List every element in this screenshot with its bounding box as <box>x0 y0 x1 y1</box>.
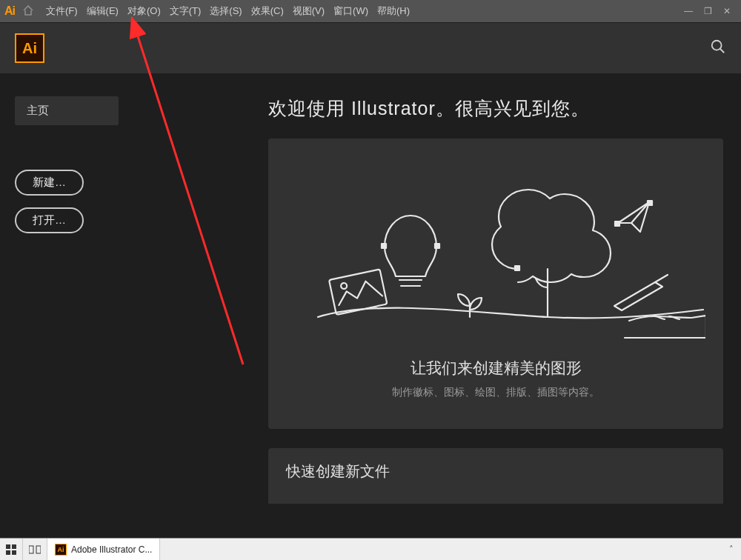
svg-rect-19 <box>36 546 41 553</box>
quick-create-title: 快速创建新文件 <box>286 461 705 481</box>
window-minimize-button[interactable]: — <box>679 6 698 16</box>
body: 主页 新建… 打开… 欢迎使用 Illustrator。很高兴见到您。 <box>0 74 741 541</box>
app-window: Ai 文件(F) 编辑(E) 对象(O) 文字(T) 选择(S) 效果(C) 视… <box>0 0 741 541</box>
welcome-title: 欢迎使用 Illustrator。很高兴见到您。 <box>268 96 723 121</box>
svg-rect-14 <box>6 544 10 549</box>
header-bar: Ai <box>0 22 741 74</box>
app-logo-text: Ai <box>4 4 15 18</box>
menu-select[interactable]: 选择(S) <box>210 4 242 18</box>
svg-line-11 <box>655 275 668 282</box>
system-tray[interactable]: ˄ <box>722 539 741 560</box>
main-area: 欢迎使用 Illustrator。很高兴见到您。 <box>250 74 741 541</box>
home-icon[interactable] <box>22 5 34 18</box>
sidebar-tab-home[interactable]: 主页 <box>15 96 119 125</box>
task-view-button[interactable] <box>23 539 47 560</box>
svg-rect-10 <box>648 201 652 205</box>
welcome-subtitle: 让我们来创建精美的图形 <box>286 358 705 379</box>
svg-rect-16 <box>6 550 10 555</box>
menu-view[interactable]: 视图(V) <box>293 4 325 18</box>
svg-rect-6 <box>515 266 519 270</box>
svg-line-1 <box>720 49 725 53</box>
svg-rect-17 <box>12 550 16 555</box>
tray-chevron-icon[interactable]: ˄ <box>729 544 734 554</box>
app-icon-box: Ai <box>15 33 44 63</box>
taskbar-app-illustrator[interactable]: Ai Adobe Illustrator C... <box>47 539 160 560</box>
svg-rect-4 <box>382 244 386 248</box>
taskbar-app-icon: Ai <box>55 544 67 556</box>
start-button[interactable] <box>0 539 23 560</box>
taskbar-app-label: Adobe Illustrator C... <box>71 544 152 555</box>
svg-rect-18 <box>29 546 33 553</box>
svg-rect-9 <box>615 221 619 226</box>
menu-window[interactable]: 窗口(W) <box>333 4 368 18</box>
search-icon[interactable] <box>710 39 726 58</box>
svg-point-0 <box>712 41 722 50</box>
menu-edit[interactable]: 编辑(E) <box>87 4 119 18</box>
quick-create-card: 快速创建新文件 <box>268 448 723 504</box>
taskbar: Ai Adobe Illustrator C... ˄ <box>0 538 741 560</box>
new-button[interactable]: 新建… <box>15 170 84 196</box>
svg-rect-15 <box>12 544 16 549</box>
menu-file[interactable]: 文件(F) <box>46 4 78 18</box>
sidebar: 主页 新建… 打开… <box>0 74 250 541</box>
menu-help[interactable]: 帮助(H) <box>377 4 410 18</box>
window-close-button[interactable]: ✕ <box>717 6 737 16</box>
menu-effect[interactable]: 效果(C) <box>251 4 284 18</box>
window-maximize-button[interactable]: ❐ <box>698 6 717 16</box>
menu-type[interactable]: 文字(T) <box>170 4 202 18</box>
welcome-illustration <box>286 165 705 350</box>
menubar: Ai 文件(F) 编辑(E) 对象(O) 文字(T) 选择(S) 效果(C) 视… <box>0 0 741 22</box>
menu-object[interactable]: 对象(O) <box>127 4 161 18</box>
welcome-card: 让我们来创建精美的图形 制作徽标、图标、绘图、排版、插图等内容。 <box>268 139 723 429</box>
welcome-description: 制作徽标、图标、绘图、排版、插图等内容。 <box>286 386 705 399</box>
open-button[interactable]: 打开… <box>15 207 84 233</box>
svg-point-8 <box>340 282 347 289</box>
svg-rect-5 <box>435 244 439 248</box>
app-icon-text: Ai <box>22 40 37 57</box>
